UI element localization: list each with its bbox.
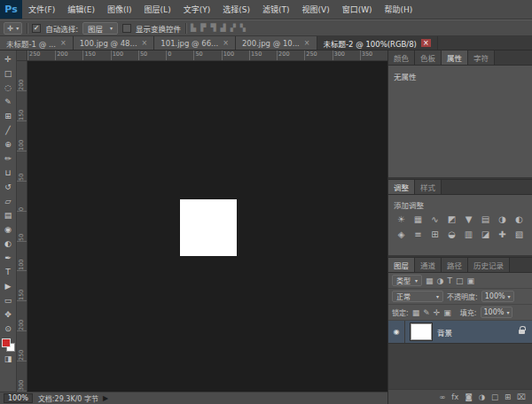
align-top-icon[interactable]: ▟ [221,24,226,32]
fx-icon[interactable]: fx [451,392,458,401]
menu-view[interactable]: 视图(V) [295,0,335,19]
close-icon[interactable]: × [142,39,148,47]
lock-position-icon[interactable]: ✛ [434,308,441,317]
show-transform-checkbox[interactable] [122,24,131,33]
photo-filter-icon[interactable]: ◈ [394,229,409,239]
brightness-contrast-icon[interactable]: ☀ [394,214,409,224]
zoom-tool[interactable]: ⊙ [1,322,16,336]
tab-properties[interactable]: 属性 [442,50,468,65]
align-right-icon[interactable]: ▜ [210,24,215,32]
close-icon[interactable]: × [304,39,310,47]
menu-image[interactable]: 图像(I) [101,0,138,19]
canvas-viewport[interactable] [27,61,387,392]
type-tool[interactable]: T [1,265,16,279]
clone-stamp-tool[interactable]: ⊔ [1,166,16,180]
hand-tool[interactable]: ✥ [1,307,16,322]
eraser-tool[interactable]: ▱ [1,194,16,208]
close-icon[interactable]: × [223,39,229,47]
filter-adjustment-layers-icon[interactable]: ◑ [437,276,444,285]
levels-icon[interactable]: ▦ [411,214,426,224]
doc-tab-untitled-1[interactable]: 未标题-1 @ ... × [0,36,74,50]
doc-tab-untitled-2-active[interactable]: 未标题-2 @ 100%(RGB/8) × [317,36,438,50]
lock-pixels-icon[interactable]: ✎ [423,308,430,317]
align-center-h-icon[interactable]: ▛ [200,24,206,32]
zoom-level-field[interactable]: 100% [4,393,33,403]
menu-file[interactable]: 文件(F) [22,0,61,19]
quick-select-tool[interactable]: ✎ [1,95,16,109]
color-balance-icon[interactable]: ◑ [495,214,510,224]
dodge-tool[interactable]: ◐ [1,237,16,251]
filter-smart-objects-icon[interactable]: ▣ [466,276,474,285]
menu-window[interactable]: 窗口(W) [336,0,379,19]
menu-edit[interactable]: 编辑(E) [61,0,101,19]
tab-paths[interactable]: 路径 [442,258,468,272]
threshold-icon[interactable]: ◪ [478,229,493,239]
document-canvas[interactable] [180,199,237,256]
adjustment-icon[interactable]: ◑ [479,392,485,401]
exposure-icon[interactable]: ◩ [444,214,459,224]
tab-adjustments[interactable]: 调整 [388,180,415,194]
menu-select[interactable]: 选择(S) [216,0,256,19]
posterize-icon[interactable]: ▥ [461,229,476,239]
close-icon[interactable]: × [60,39,66,47]
auto-select-target-dropdown[interactable]: 图层 ▾ [82,22,118,35]
menu-filter[interactable]: 滤镜(T) [256,0,296,19]
lasso-tool[interactable]: ◌ [1,81,16,95]
status-menu-arrow-icon[interactable]: ▶ [103,394,108,402]
layer-row-background[interactable]: ◉ 背景 [388,321,532,344]
menu-help[interactable]: 帮助(H) [379,0,419,19]
tab-color[interactable]: 颜色 [388,50,415,65]
tab-character[interactable]: 字符 [468,50,495,65]
path-select-tool[interactable]: ▶ [1,279,16,293]
tab-layers[interactable]: 图层 [388,258,415,272]
lock-all-icon[interactable]: ▣ [443,308,451,317]
filter-shape-layers-icon[interactable]: □ [456,276,464,285]
healing-brush-tool[interactable]: ⊕ [1,137,16,152]
menu-type[interactable]: 文字(Y) [177,0,217,19]
shape-tool[interactable]: ▭ [1,293,16,307]
close-icon[interactable]: × [421,39,431,47]
visibility-eye-icon[interactable]: ◉ [388,321,405,343]
align-center-v-icon[interactable]: ▞ [231,24,236,32]
brush-tool[interactable]: ✏ [1,152,16,166]
black-white-icon[interactable]: ◐ [512,214,527,224]
marquee-tool[interactable]: □ [1,66,16,81]
color-lookup-icon[interactable]: ⊞ [427,229,442,239]
foreground-color-swatch[interactable] [2,338,11,347]
invert-icon[interactable]: ◒ [444,229,459,239]
menu-layer[interactable]: 图层(L) [138,0,177,19]
filter-type-layers-icon[interactable]: T [447,276,452,285]
layer-thumbnail[interactable] [411,323,432,340]
pen-tool[interactable]: ✒ [1,251,16,265]
tab-history[interactable]: 历史记录 [468,258,510,272]
link-icon[interactable]: ∞ [439,392,445,401]
vibrance-icon[interactable]: ▼ [461,214,476,224]
quick-mask-tool[interactable]: ◨ [1,352,16,366]
delete-icon[interactable]: ⌧ [517,392,526,401]
tool-preset-picker[interactable]: ✛ ▾ [4,22,22,35]
tab-channels[interactable]: 通道 [415,258,442,272]
gradient-tool[interactable]: ▤ [1,208,16,222]
history-brush-tool[interactable]: ↺ [1,180,16,194]
selective-color-icon[interactable]: ✚ [495,229,510,239]
blur-tool[interactable]: ◉ [1,222,16,237]
mask-icon[interactable]: ◙ [465,392,472,401]
doc-tab-100jpg[interactable]: 100.jpg @ 48... × [74,36,155,50]
layer-filter-type-dropdown[interactable]: 类型 ▾ [392,275,422,286]
opacity-value-field[interactable]: 100% ▾ [481,291,514,302]
group-icon[interactable]: □ [491,392,498,401]
auto-select-checkbox[interactable]: ✓ [32,24,41,33]
eyedropper-tool[interactable]: ╱ [1,123,16,137]
vertical-ruler[interactable]: 200 150 100 50 0 50 100 150 200 250 300 [17,61,27,392]
filter-pixel-layers-icon[interactable]: ▦ [426,276,434,285]
crop-tool[interactable]: ⊞ [1,109,16,123]
horizontal-ruler[interactable]: 250 200 150 100 50 0 50 100 150 200 250 … [27,50,387,61]
lock-transparent-icon[interactable]: ▦ [412,308,420,317]
new-layer-icon[interactable]: ⊞ [505,392,511,401]
ruler-origin-corner[interactable] [17,50,27,61]
tab-styles[interactable]: 样式 [415,180,442,194]
curves-icon[interactable]: ∿ [427,214,442,224]
tab-swatches[interactable]: 色板 [415,50,442,65]
channel-mixer-icon[interactable]: ≡ [411,229,426,239]
document-info[interactable]: 文档:29.3K/0 字节 ▶ [38,393,108,403]
